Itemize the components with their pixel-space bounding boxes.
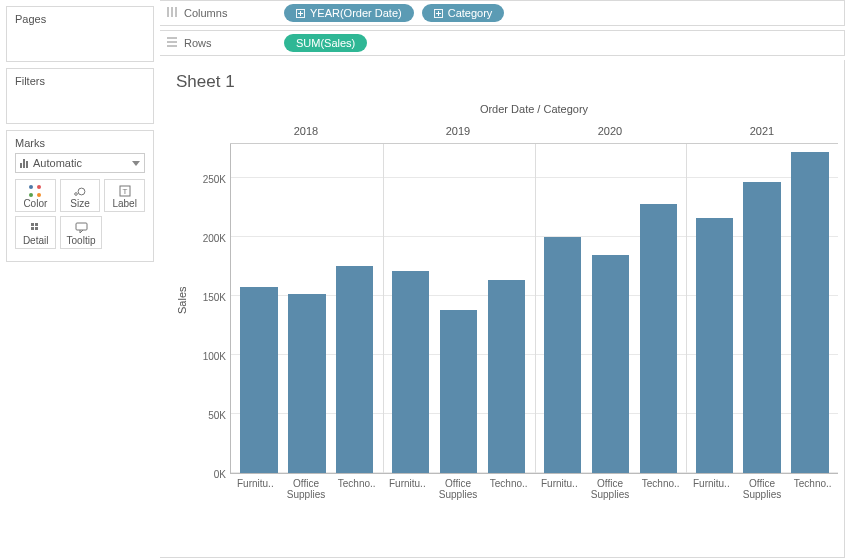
- rows-icon: [166, 36, 178, 50]
- category-label: OfficeSupplies: [433, 474, 484, 500]
- bar[interactable]: [743, 182, 780, 473]
- marks-tooltip-label: Tooltip: [63, 235, 98, 246]
- y-axis-label: Sales: [174, 100, 190, 500]
- category-label: Techno..: [331, 474, 382, 500]
- filters-panel: Filters: [6, 68, 154, 124]
- category-label: Furnitu..: [230, 474, 281, 500]
- bar[interactable]: [791, 152, 828, 473]
- bar[interactable]: [392, 271, 429, 473]
- marks-type-select[interactable]: Automatic: [15, 153, 145, 173]
- marks-color-label: Color: [18, 198, 53, 209]
- y-tick-label: 100K: [203, 351, 226, 362]
- y-tick-label: 50K: [208, 410, 226, 421]
- x-axis-categories: Furnitu..OfficeSuppliesTechno..Furnitu..…: [230, 474, 838, 500]
- svg-rect-5: [35, 223, 38, 226]
- size-icon: [63, 184, 98, 198]
- y-tick-label: 200K: [203, 233, 226, 244]
- expand-icon: [296, 9, 305, 18]
- svg-point-0: [75, 193, 78, 196]
- year-header-row: 2018201920202021: [230, 118, 838, 144]
- category-label: Furnitu..: [686, 474, 737, 500]
- bar[interactable]: [440, 310, 477, 473]
- bar[interactable]: [240, 287, 277, 473]
- marks-tooltip-button[interactable]: Tooltip: [60, 216, 101, 249]
- svg-rect-7: [35, 227, 38, 230]
- chevron-down-icon: [132, 161, 140, 166]
- svg-point-1: [78, 188, 85, 195]
- marks-title: Marks: [15, 137, 145, 149]
- svg-rect-4: [31, 223, 34, 226]
- category-label: Techno..: [635, 474, 686, 500]
- y-tick-label: 0K: [214, 469, 226, 480]
- bar[interactable]: [696, 218, 733, 473]
- marks-color-button[interactable]: Color: [15, 179, 56, 212]
- y-tick-label: 250K: [203, 174, 226, 185]
- pill-category[interactable]: Category: [422, 4, 505, 22]
- bar[interactable]: [336, 266, 373, 473]
- pill-year-order-date[interactable]: YEAR(Order Date): [284, 4, 414, 22]
- pages-title: Pages: [15, 13, 145, 25]
- bar[interactable]: [488, 280, 525, 473]
- category-label: OfficeSupplies: [737, 474, 788, 500]
- columns-icon: [166, 6, 178, 20]
- svg-rect-6: [31, 227, 34, 230]
- category-label: OfficeSupplies: [585, 474, 636, 500]
- y-tick-label: 150K: [203, 292, 226, 303]
- marks-size-button[interactable]: Size: [60, 179, 101, 212]
- rows-shelf[interactable]: Rows SUM(Sales): [160, 30, 845, 56]
- category-label: OfficeSupplies: [281, 474, 332, 500]
- color-icon: [29, 185, 41, 197]
- category-label: Furnitu..: [534, 474, 585, 500]
- pages-panel: Pages: [6, 6, 154, 62]
- bar[interactable]: [640, 204, 677, 473]
- columns-header: Order Date / Category: [230, 100, 838, 118]
- category-label: Techno..: [483, 474, 534, 500]
- y-axis: 0K50K100K150K200K250K: [190, 100, 230, 474]
- visualization-pane: Sheet 1 Sales 0K50K100K150K200K250K Orde…: [160, 60, 845, 558]
- columns-shelf[interactable]: Columns YEAR(Order Date) Category: [160, 0, 845, 26]
- year-header: 2019: [382, 118, 534, 144]
- marks-detail-button[interactable]: Detail: [15, 216, 56, 249]
- chart-plot-area[interactable]: [230, 144, 838, 474]
- bar[interactable]: [288, 294, 325, 473]
- marks-label-button[interactable]: T Label: [104, 179, 145, 212]
- marks-select-label: Automatic: [33, 157, 82, 169]
- svg-text:T: T: [122, 187, 127, 196]
- tooltip-icon: [63, 221, 98, 235]
- svg-rect-8: [76, 223, 87, 230]
- year-header: 2020: [534, 118, 686, 144]
- bar-chart-icon: [20, 158, 28, 168]
- marks-size-label: Size: [63, 198, 98, 209]
- filters-title: Filters: [15, 75, 145, 87]
- category-label: Furnitu..: [382, 474, 433, 500]
- marks-detail-label: Detail: [18, 235, 53, 246]
- marks-label-label: Label: [107, 198, 142, 209]
- category-label: Techno..: [787, 474, 838, 500]
- expand-icon: [434, 9, 443, 18]
- year-header: 2021: [686, 118, 838, 144]
- detail-icon: [18, 221, 53, 235]
- label-icon: T: [107, 184, 142, 198]
- marks-panel: Marks Automatic Color Size: [6, 130, 154, 262]
- sheet-title[interactable]: Sheet 1: [176, 72, 838, 92]
- rows-label: Rows: [184, 37, 212, 49]
- bar[interactable]: [544, 237, 581, 473]
- year-header: 2018: [230, 118, 382, 144]
- pill-sum-sales[interactable]: SUM(Sales): [284, 34, 367, 52]
- columns-label: Columns: [184, 7, 227, 19]
- bar[interactable]: [592, 255, 629, 473]
